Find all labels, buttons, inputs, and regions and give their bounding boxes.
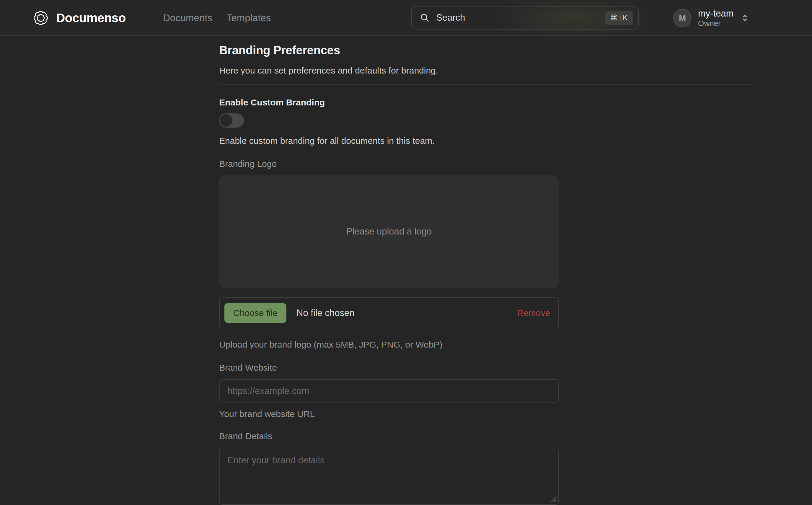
brand-logo[interactable]: Documenso <box>32 0 126 36</box>
search-input[interactable]: Search ⌘+K <box>411 6 639 29</box>
top-navbar: Documenso Documents Templates Search ⌘+K… <box>0 0 812 36</box>
logo-file-input-row: Choose file No file chosen Remove <box>219 297 559 328</box>
toggle-thumb <box>220 114 232 127</box>
search-icon <box>420 13 430 23</box>
team-name: my-team <box>698 8 734 19</box>
documenso-logo-icon <box>32 10 49 26</box>
nav-item-documents[interactable]: Documents <box>163 12 212 24</box>
remove-logo-button[interactable]: Remove <box>517 308 550 318</box>
avatar-initial: M <box>679 13 686 23</box>
user-menu-text: my-team Owner <box>698 8 734 28</box>
brand-details-textarea[interactable] <box>219 449 559 505</box>
team-role: Owner <box>698 19 734 28</box>
enable-custom-branding-label: Enable Custom Branding <box>219 97 559 108</box>
avatar: M <box>673 9 691 27</box>
brand-website-label: Brand Website <box>219 362 559 373</box>
brand-website-help: Your brand website URL <box>219 409 559 419</box>
brand-details-field <box>219 449 559 505</box>
logo-upload-dropzone[interactable]: Please upload a logo <box>219 175 559 288</box>
nav-item-templates[interactable]: Templates <box>226 12 271 24</box>
page-title: Branding Preferences <box>219 43 559 57</box>
search-placeholder: Search <box>436 12 605 23</box>
choose-file-button[interactable]: Choose file <box>224 303 286 323</box>
chevrons-up-down-icon <box>740 13 750 23</box>
brand-details-label: Brand Details <box>219 431 559 442</box>
branding-preferences-page: Branding Preferences Here you can set pr… <box>219 36 753 505</box>
primary-nav: Documents Templates <box>163 0 271 36</box>
enable-custom-branding-toggle[interactable] <box>219 114 244 128</box>
page-description: Here you can set preferences and default… <box>219 65 559 75</box>
user-menu[interactable]: M my-team Owner <box>673 0 750 36</box>
branding-logo-label: Branding Logo <box>219 159 559 169</box>
brand-website-input[interactable] <box>219 379 559 402</box>
textarea-resize-handle[interactable] <box>550 495 557 503</box>
enable-custom-branding-help: Enable custom branding for all documents… <box>219 136 559 146</box>
brand-name: Documenso <box>56 11 126 25</box>
logo-upload-placeholder: Please upload a logo <box>346 226 432 237</box>
search-shortcut-badge: ⌘+K <box>605 11 633 25</box>
logo-upload-help: Upload your brand logo (max 5MB, JPG, PN… <box>219 339 559 350</box>
file-chosen-status: No file chosen <box>296 308 517 318</box>
section-divider <box>219 84 753 85</box>
